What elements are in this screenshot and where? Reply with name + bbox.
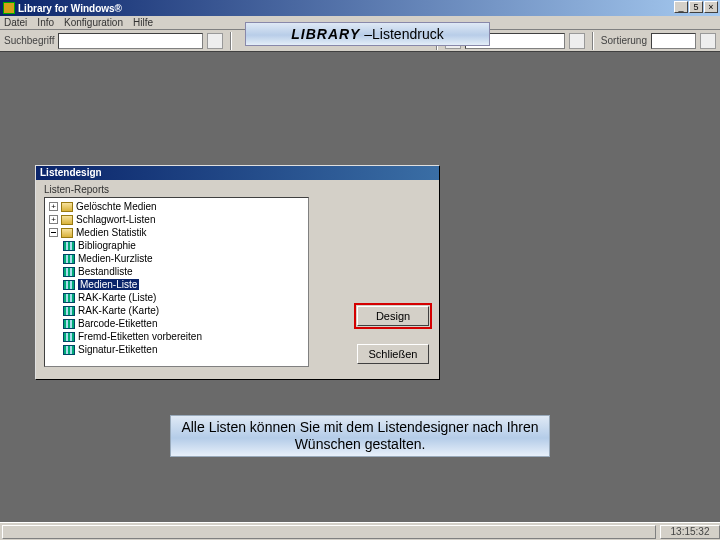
status-bar: 13:15:32 bbox=[0, 522, 720, 540]
design-button[interactable]: Design bbox=[357, 306, 429, 326]
window-title: Library for Windows® bbox=[18, 3, 673, 14]
tree-item[interactable]: Schlagwort-Listen bbox=[76, 214, 155, 225]
menu-datei[interactable]: Datei bbox=[4, 17, 27, 28]
report-icon bbox=[63, 293, 75, 303]
report-icon bbox=[63, 254, 75, 264]
restore-button[interactable]: 5 bbox=[689, 1, 703, 13]
report-icon bbox=[63, 241, 75, 251]
report-tree[interactable]: +Gelöschte Medien +Schlagwort-Listen Med… bbox=[44, 197, 309, 367]
sort-label: Sortierung bbox=[601, 35, 647, 46]
tree-item-selected[interactable]: Medien-Liste bbox=[78, 279, 139, 290]
toolbar-icon-1[interactable] bbox=[207, 33, 223, 49]
tree-item[interactable]: Bestandliste bbox=[78, 266, 132, 277]
menu-konfiguration[interactable]: Konfiguration bbox=[64, 17, 123, 28]
banner-brand: LIBRARY bbox=[291, 26, 360, 42]
app-icon bbox=[3, 2, 15, 14]
collapse-icon[interactable] bbox=[49, 228, 58, 237]
window-controls: _ 5 × bbox=[673, 1, 718, 15]
group-label: Listen-Reports bbox=[44, 184, 431, 195]
status-time: 13:15:32 bbox=[660, 525, 720, 539]
dialog-title: Listendesign bbox=[36, 166, 439, 180]
report-icon bbox=[63, 280, 75, 290]
search-input[interactable] bbox=[58, 33, 203, 49]
tree-item[interactable]: RAK-Karte (Karte) bbox=[78, 305, 159, 316]
report-icon bbox=[63, 306, 75, 316]
folder-icon bbox=[61, 215, 73, 225]
close-button[interactable]: × bbox=[704, 1, 718, 13]
tree-item[interactable]: Gelöschte Medien bbox=[76, 201, 157, 212]
search-label: Suchbegriff bbox=[4, 35, 54, 46]
caption: Alle Listen können Sie mit dem Listendes… bbox=[170, 415, 550, 457]
tree-item[interactable]: Signatur-Etiketten bbox=[78, 344, 158, 355]
report-icon bbox=[63, 332, 75, 342]
expand-icon[interactable]: + bbox=[49, 215, 58, 224]
toolbar-divider bbox=[230, 32, 232, 50]
toolbar-divider-3 bbox=[592, 32, 594, 50]
listendesign-dialog: Listendesign Listen-Reports +Gelöschte M… bbox=[35, 165, 440, 380]
folder-icon bbox=[61, 228, 73, 238]
report-icon bbox=[63, 319, 75, 329]
report-icon bbox=[63, 345, 75, 355]
tree-item[interactable]: Barcode-Etiketten bbox=[78, 318, 158, 329]
banner: LIBRARY – Listendruck bbox=[245, 22, 490, 46]
toolbar-icon-4[interactable] bbox=[700, 33, 716, 49]
sort-input[interactable] bbox=[651, 33, 696, 49]
toolbar-icon-3[interactable] bbox=[569, 33, 585, 49]
caption-text: Alle Listen können Sie mit dem Listendes… bbox=[177, 419, 543, 454]
status-spacer bbox=[2, 525, 656, 539]
expand-icon[interactable]: + bbox=[49, 202, 58, 211]
minimize-button[interactable]: _ bbox=[674, 1, 688, 13]
tree-item[interactable]: Bibliographie bbox=[78, 240, 136, 251]
tree-item[interactable]: RAK-Karte (Liste) bbox=[78, 292, 156, 303]
menu-info[interactable]: Info bbox=[37, 17, 54, 28]
banner-sep: – bbox=[364, 26, 372, 42]
report-icon bbox=[63, 267, 75, 277]
tree-item[interactable]: Medien Statistik bbox=[76, 227, 147, 238]
folder-icon bbox=[61, 202, 73, 212]
menu-hilfe[interactable]: Hilfe bbox=[133, 17, 153, 28]
title-bar: Library for Windows® _ 5 × bbox=[0, 0, 720, 16]
banner-title: Listendruck bbox=[372, 26, 444, 42]
tree-item[interactable]: Fremd-Etiketten vorbereiten bbox=[78, 331, 202, 342]
dialog-close-button[interactable]: Schließen bbox=[357, 344, 429, 364]
tree-item[interactable]: Medien-Kurzliste bbox=[78, 253, 152, 264]
